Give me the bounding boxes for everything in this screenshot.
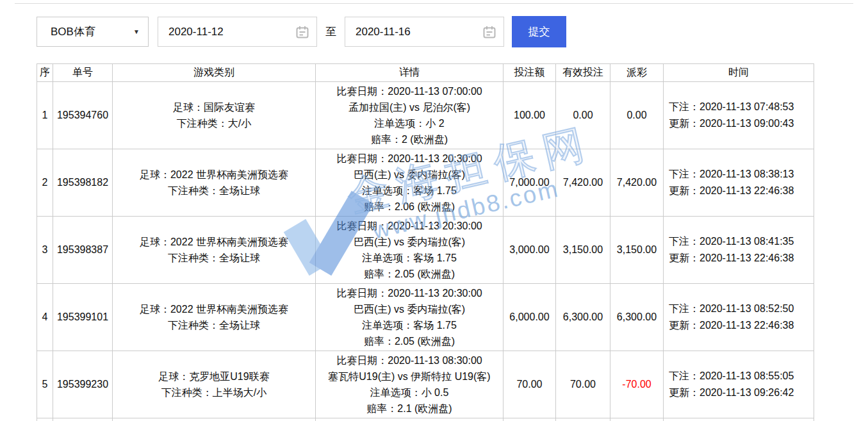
category-cell — [113, 418, 316, 421]
chevron-down-icon: ▼ — [133, 28, 140, 35]
category-line: 下注种类：上半场大/小 — [113, 384, 315, 400]
category-line: 下注种类：全场让球 — [113, 250, 315, 266]
detail-line: 巴西(主) vs 委内瑞拉(客) — [316, 234, 503, 250]
filter-bar: BOB体育 ▼ 2020-11-12 至 2020-11-16 提交 — [37, 16, 868, 47]
payout-cell: 3,150.00 — [610, 217, 664, 284]
table-row-partial — [37, 418, 814, 421]
category-line: 下注种类：大/小 — [113, 115, 315, 131]
calendar-icon[interactable] — [482, 25, 496, 39]
col-header-seq: 序 — [37, 64, 53, 82]
time-cell: 下注：2020-11-13 08:52:50 更新：2020-11-13 22:… — [664, 284, 814, 351]
valid-bet-cell: 3,150.00 — [556, 217, 610, 284]
category-line: 足球：2022 世界杯南美洲预选赛 — [113, 301, 315, 317]
date-to-input[interactable]: 2020-11-16 — [345, 17, 504, 47]
bet-amount-cell: 3,000.00 — [504, 217, 556, 284]
time-cell — [664, 418, 814, 421]
game-select[interactable]: BOB体育 ▼ — [37, 17, 149, 47]
detail-cell — [316, 418, 504, 421]
category-line: 下注种类：全场让球 — [113, 183, 315, 199]
detail-line: 赔率：2.05 (欧洲盘) — [316, 333, 503, 349]
bet-amount-cell: 7,000.00 — [504, 149, 556, 217]
time-line: 更新：2020-11-13 09:00:43 — [669, 115, 814, 132]
order-no-cell: 195394760 — [53, 82, 113, 149]
detail-line: 注单选项：客场 1.75 — [316, 250, 503, 266]
detail-line: 注单选项：客场 1.75 — [316, 317, 503, 333]
category-cell: 足球：2022 世界杯南美洲预选赛 下注种类：全场让球 — [113, 217, 316, 284]
date-from-input[interactable]: 2020-11-12 — [158, 17, 317, 47]
date-from-value: 2020-11-12 — [168, 26, 224, 38]
calendar-icon[interactable] — [295, 25, 309, 39]
detail-line: 孟加拉国(主) vs 尼泊尔(客) — [316, 99, 503, 115]
detail-line: 比赛日期：2020-11-13 07:00:00 — [316, 83, 503, 99]
detail-line: 比赛日期：2020-11-13 20:30:00 — [316, 285, 503, 301]
time-line: 更新：2020-11-13 22:46:38 — [669, 250, 814, 267]
order-no-cell: 195398182 — [53, 149, 113, 217]
seq-cell: 5 — [37, 351, 53, 418]
time-line: 下注：2020-11-13 08:41:35 — [669, 233, 814, 250]
time-cell: 下注：2020-11-13 08:41:35 更新：2020-11-13 22:… — [664, 217, 814, 284]
table-header-row: 序 单号 游戏类别 详情 投注额 有效投注 派彩 时间 — [37, 64, 814, 82]
time-line: 更新：2020-11-13 22:46:38 — [669, 317, 814, 334]
date-to-value: 2020-11-16 — [356, 26, 411, 38]
category-cell: 足球：国际友谊赛 下注种类：大/小 — [113, 82, 316, 149]
valid-bet-cell: 0.00 — [556, 82, 610, 149]
category-line: 足球：2022 世界杯南美洲预选赛 — [113, 167, 315, 183]
payout-cell: 7,420.00 — [610, 149, 664, 217]
category-cell: 足球：2022 世界杯南美洲预选赛 下注种类：全场让球 — [113, 284, 316, 351]
detail-line: 赔率：2.06 (欧洲盘) — [316, 199, 503, 215]
detail-line: 巴西(主) vs 委内瑞拉(客) — [316, 301, 503, 317]
detail-cell: 比赛日期：2020-11-13 20:30:00 巴西(主) vs 委内瑞拉(客… — [316, 149, 504, 217]
detail-line: 注单选项：小 0.5 — [316, 384, 503, 400]
bet-amount-cell: 100.00 — [504, 82, 556, 149]
seq-cell: 4 — [37, 284, 53, 351]
bet-amount-cell: 70.00 — [504, 351, 556, 418]
category-cell: 足球：2022 世界杯南美洲预选赛 下注种类：全场让球 — [113, 149, 316, 217]
top-divider — [15, 3, 853, 4]
time-line: 下注：2020-11-13 07:48:53 — [669, 99, 814, 115]
table-row: 5 195399230 足球：克罗地亚U19联赛 下注种类：上半场大/小 比赛日… — [37, 351, 814, 418]
valid-bet-cell: 6,300.00 — [556, 284, 610, 351]
detail-cell: 比赛日期：2020-11-13 08:30:00 塞瓦特U19(主) vs 伊斯… — [316, 351, 504, 418]
time-line: 下注：2020-11-13 08:55:05 — [669, 368, 814, 384]
time-line: 更新：2020-11-13 22:46:38 — [669, 183, 814, 199]
seq-cell — [37, 418, 53, 421]
submit-button[interactable]: 提交 — [512, 16, 566, 47]
category-line: 下注种类：全场让球 — [113, 317, 315, 333]
valid-bet-cell: 7,420.00 — [556, 149, 610, 217]
order-no-cell: 195398387 — [53, 217, 113, 284]
table-row: 1 195394760 足球：国际友谊赛 下注种类：大/小 比赛日期：2020-… — [37, 82, 814, 149]
to-label: 至 — [325, 24, 336, 39]
category-line: 足球：克罗地亚U19联赛 — [113, 368, 315, 384]
time-line: 下注：2020-11-13 08:52:50 — [669, 301, 814, 317]
detail-line: 巴西(主) vs 委内瑞拉(客) — [316, 167, 503, 183]
bet-amount-cell — [504, 418, 556, 421]
time-cell: 下注：2020-11-13 08:55:05 更新：2020-11-13 09:… — [664, 351, 814, 418]
seq-cell: 3 — [37, 217, 53, 284]
time-cell: 下注：2020-11-13 07:48:53 更新：2020-11-13 09:… — [664, 82, 814, 149]
valid-bet-cell — [556, 418, 610, 421]
order-no-cell: 195399101 — [53, 284, 113, 351]
category-line: 足球：国际友谊赛 — [113, 99, 315, 115]
bet-records-table: 序 单号 游戏类别 详情 投注额 有效投注 派彩 时间 1 195394760 … — [37, 63, 814, 421]
order-no-cell — [53, 418, 113, 421]
detail-line: 赔率：2 (欧洲盘) — [316, 131, 503, 147]
payout-cell — [610, 418, 664, 421]
bet-amount-cell: 6,000.00 — [504, 284, 556, 351]
time-line: 下注：2020-11-13 08:38:13 — [669, 166, 814, 183]
detail-line: 比赛日期：2020-11-13 20:30:00 — [316, 151, 503, 167]
payout-cell: 6,300.00 — [610, 284, 664, 351]
detail-line: 赔率：2.05 (欧洲盘) — [316, 266, 503, 282]
col-header-valid-bet: 有效投注 — [556, 64, 610, 82]
game-select-value: BOB体育 — [51, 24, 95, 39]
detail-cell: 比赛日期：2020-11-13 20:30:00 巴西(主) vs 委内瑞拉(客… — [316, 217, 504, 284]
order-no-cell: 195399230 — [53, 351, 113, 418]
detail-line: 比赛日期：2020-11-13 20:30:00 — [316, 218, 503, 234]
detail-cell: 比赛日期：2020-11-13 07:00:00 孟加拉国(主) vs 尼泊尔(… — [316, 82, 504, 149]
col-header-payout: 派彩 — [610, 64, 664, 82]
seq-cell: 1 — [37, 82, 53, 149]
category-cell: 足球：克罗地亚U19联赛 下注种类：上半场大/小 — [113, 351, 316, 418]
time-cell: 下注：2020-11-13 08:38:13 更新：2020-11-13 22:… — [664, 149, 814, 217]
col-header-category: 游戏类别 — [113, 64, 316, 82]
payout-cell: 0.00 — [610, 82, 664, 149]
table-row: 2 195398182 足球：2022 世界杯南美洲预选赛 下注种类：全场让球 … — [37, 149, 814, 217]
